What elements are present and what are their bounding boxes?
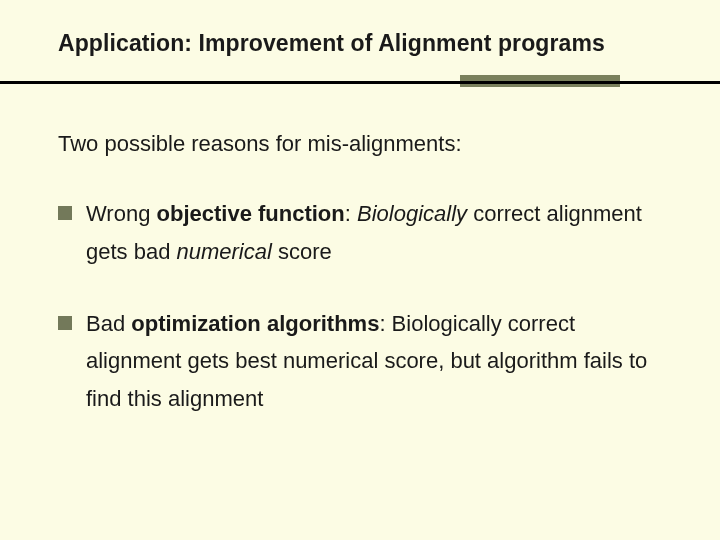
list-item: Bad optimization algorithms: Biologicall… [58,305,662,418]
list-item: Wrong objective function: Biologically c… [58,195,662,271]
bullet-em2: numerical [177,239,272,264]
bullet-tail: score [272,239,332,264]
bullet-list: Wrong objective function: Biologically c… [58,195,662,418]
bullet-lead: Wrong [86,201,157,226]
slide-title: Application: Improvement of Alignment pr… [58,30,662,57]
bullet-lead: Bad [86,311,131,336]
bullet-term: optimization algorithms [131,311,379,336]
slide: Application: Improvement of Alignment pr… [0,0,720,540]
bullet-term: objective function [157,201,345,226]
bullet-after-term: : [345,201,357,226]
title-divider [58,75,662,93]
bullet-em1: Biologically [357,201,467,226]
intro-text: Two possible reasons for mis-alignments: [58,131,662,157]
divider-line [0,81,720,84]
